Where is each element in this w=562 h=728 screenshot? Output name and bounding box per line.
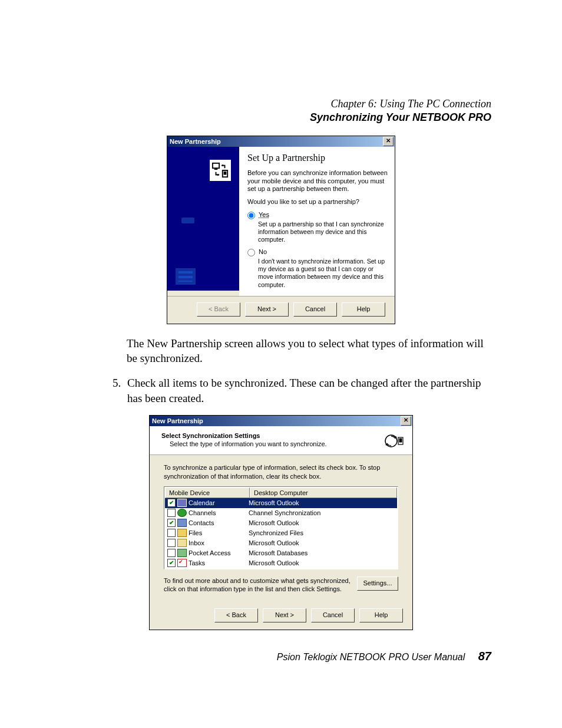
desktop-value: Microsoft Outlook (247, 539, 397, 546)
sync-icon (384, 432, 404, 450)
radio-no[interactable]: No (247, 248, 388, 256)
subheader-sub: Select the type of information you want … (170, 440, 384, 447)
item-name: Files (189, 529, 202, 536)
sync-table: Mobile Device Desktop Computer ✔Calendar… (164, 486, 398, 569)
wizard-question: Would you like to set up a partnership? (247, 198, 388, 206)
radio-yes-input[interactable] (247, 212, 255, 219)
item-name: Tasks (189, 559, 205, 566)
checkbox[interactable] (167, 549, 176, 557)
desktop-value: Microsoft Outlook (247, 499, 397, 506)
desktop-value: Microsoft Outlook (247, 559, 397, 566)
dialog-title: New Partnership (170, 138, 221, 145)
item-name: Contacts (189, 519, 214, 526)
svg-rect-3 (224, 172, 227, 175)
ic-inbox-icon (177, 539, 187, 547)
col-desktop-computer[interactable]: Desktop Computer (250, 487, 397, 498)
back-button: < Back (197, 302, 240, 317)
page-number: 87 (478, 650, 491, 663)
sync-intro: To synchronize a particular type of info… (164, 463, 398, 480)
sync-row-contacts[interactable]: ✔ContactsMicrosoft Outlook (165, 518, 397, 528)
ic-tasks-icon (177, 559, 187, 567)
ic-cont-icon (177, 519, 187, 527)
wizard-subheader: Select Synchronization Settings Select t… (150, 426, 412, 455)
checkbox[interactable]: ✔ (167, 499, 176, 507)
titlebar: New Partnership ✕ (150, 416, 412, 426)
subheader-title: Select Synchronization Settings (161, 432, 260, 439)
cancel-button[interactable]: Cancel (293, 302, 337, 317)
paragraph-1: The New Partnership screen allows you to… (71, 336, 491, 366)
svg-rect-6 (399, 439, 402, 443)
titlebar: New Partnership ✕ (167, 136, 395, 147)
help-button[interactable]: Help (359, 608, 403, 622)
dialog-title: New Partnership (152, 417, 203, 424)
desktop-value: Microsoft Databases (247, 549, 397, 556)
checkbox[interactable]: ✔ (167, 559, 176, 567)
step-list: Check all items to be synchronized. Thes… (71, 375, 491, 406)
sync-row-files[interactable]: FilesSynchronized Files (165, 528, 397, 538)
sync-row-calendar[interactable]: ✔CalendarMicrosoft Outlook (165, 498, 397, 508)
page-footer: Psion Teklogix NETBOOK PRO User Manual 8… (277, 650, 491, 663)
sync-row-pocket-access[interactable]: Pocket AccessMicrosoft Databases (165, 548, 397, 558)
radio-yes-desc: Set up a partnership so that I can synch… (258, 220, 388, 243)
section-title: Synchronizing Your NETBOOK PRO (71, 111, 491, 124)
checkbox[interactable] (167, 529, 176, 537)
ic-files-icon (177, 529, 187, 537)
running-header: Chapter 6: Using The PC Connection Synch… (71, 97, 491, 125)
desktop-value: Channel Synchronization (247, 509, 397, 516)
document-page: Chapter 6: Using The PC Connection Synch… (0, 0, 562, 728)
new-partnership-dialog-1: New Partnership ✕ Set Up a Partnership B… (167, 136, 395, 324)
close-icon[interactable]: ✕ (383, 137, 394, 146)
ic-chan-icon (177, 509, 187, 517)
manual-title: Psion Teklogix NETBOOK PRO User Manual (277, 652, 465, 662)
radio-no-desc: I don't want to synchronize information.… (258, 258, 388, 289)
settings-hint: To find out more about and to customize … (164, 577, 351, 594)
ic-pa-icon (177, 549, 187, 557)
next-button[interactable]: Next > (263, 608, 306, 622)
next-button[interactable]: Next > (245, 302, 289, 317)
wizard-side-graphic (167, 147, 239, 291)
new-partnership-dialog-2: New Partnership ✕ Select Synchronization… (149, 415, 413, 630)
sync-row-inbox[interactable]: InboxMicrosoft Outlook (165, 538, 397, 548)
item-name: Pocket Access (189, 549, 231, 556)
desktop-value: Microsoft Outlook (247, 519, 397, 526)
radio-yes[interactable]: Yes (247, 211, 388, 219)
sync-row-tasks[interactable]: ✔TasksMicrosoft Outlook (165, 558, 397, 568)
svg-rect-1 (214, 169, 218, 170)
wizard-content: Set Up a Partnership Before you can sync… (239, 147, 395, 296)
radio-no-input[interactable] (247, 249, 255, 256)
item-name: Channels (189, 509, 216, 516)
desktop-value: Synchronized Files (247, 529, 397, 536)
step-5: Check all items to be synchronized. Thes… (124, 375, 491, 406)
settings-button[interactable]: Settings... (357, 577, 398, 591)
radio-no-label: No (259, 248, 267, 255)
item-name: Calendar (189, 499, 215, 506)
sync-row-channels[interactable]: ChannelsChannel Synchronization (165, 508, 397, 518)
ic-cal-icon (177, 499, 187, 507)
wizard-heading: Set Up a Partnership (247, 153, 388, 163)
item-name: Inbox (189, 539, 204, 546)
svg-rect-0 (213, 163, 219, 168)
checkbox[interactable] (167, 539, 176, 547)
chapter-title: Chapter 6: Using The PC Connection (71, 97, 491, 111)
help-button[interactable]: Help (342, 302, 385, 317)
checkbox[interactable] (167, 509, 176, 517)
back-button[interactable]: < Back (214, 608, 258, 622)
wizard-intro: Before you can synchronize information b… (247, 169, 388, 193)
close-icon[interactable]: ✕ (401, 416, 411, 426)
col-mobile-device[interactable]: Mobile Device (165, 487, 250, 498)
cancel-button[interactable]: Cancel (311, 608, 355, 622)
sync-devices-icon (210, 160, 231, 181)
radio-yes-label: Yes (259, 211, 269, 218)
checkbox[interactable]: ✔ (167, 519, 176, 527)
